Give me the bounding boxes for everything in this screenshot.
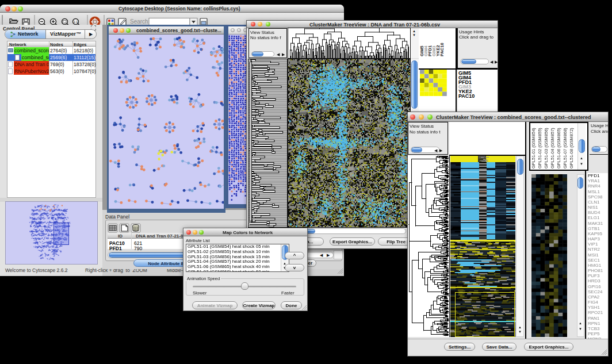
svg-text:1:1: 1:1 [74, 20, 78, 24]
svg-text:Search:: Search: [130, 18, 150, 25]
